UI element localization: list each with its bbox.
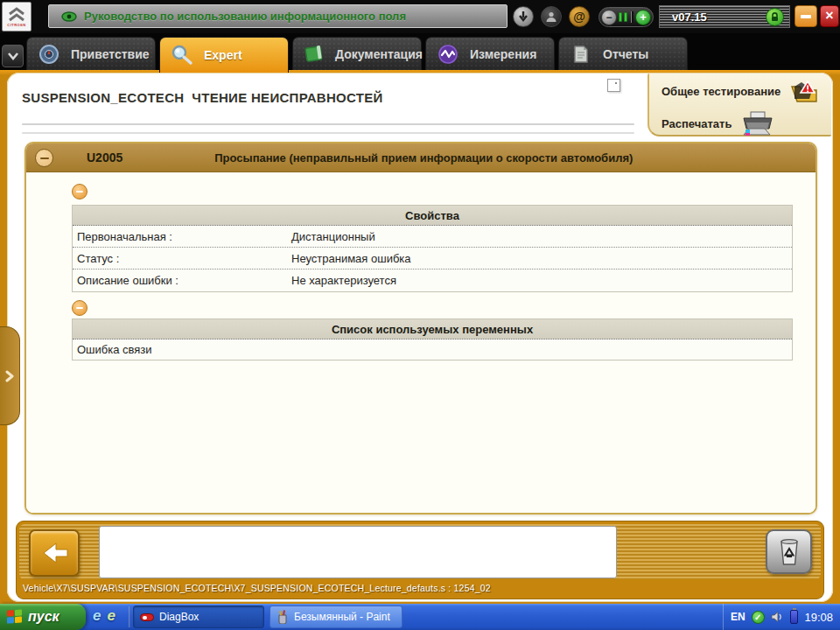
properties-table: Свойства Первоначальная : Дистанционный … — [72, 205, 793, 292]
properties-table-title: Свойства — [73, 206, 792, 226]
divider — [22, 132, 634, 134]
volume-tray-icon[interactable] — [771, 611, 784, 623]
tab-dokumentaciya[interactable]: Документация — [292, 37, 422, 70]
fault-code: U2005 — [87, 150, 122, 164]
close-button[interactable]: × — [820, 5, 839, 27]
version-panel: v07.15 — [659, 5, 790, 28]
task-label: DiagBox — [159, 611, 199, 623]
collapse-variables-button[interactable] — [72, 300, 88, 316]
chevron-right-icon — [4, 370, 15, 382]
content-window: SUSPENSION_ECOTECH ЧТЕНИЕ НЕИСПРАВНОСТЕЙ… — [7, 73, 833, 602]
taskbar-divider — [129, 606, 130, 627]
minimize-icon — [801, 15, 811, 18]
internet-explorer-icon[interactable]: e — [93, 607, 101, 625]
citroen-logo: CITROËN — [2, 2, 32, 32]
back-button[interactable] — [29, 529, 80, 577]
tab-label: Expert — [204, 48, 242, 62]
at-icon: @ — [573, 10, 585, 24]
back-arrow-icon — [37, 540, 72, 566]
book-icon — [304, 43, 325, 66]
chevron-down-icon — [7, 52, 19, 60]
minimize-button[interactable] — [794, 5, 817, 27]
tabs-collapse-button[interactable] — [2, 45, 24, 67]
divider — [22, 123, 634, 125]
tab-label: Измерения — [470, 47, 536, 61]
volume-up-button[interactable]: + — [635, 10, 651, 25]
volume-down-button[interactable]: − — [601, 10, 617, 25]
row-value: Не характеризуется — [291, 274, 792, 287]
citroen-logo-text: CITROËN — [7, 23, 26, 27]
row-value: Дистанционный — [291, 230, 792, 243]
main-frame: SUSPENSION_ECOTECH ЧТЕНИЕ НЕИСПРАВНОСТЕЙ… — [0, 70, 840, 604]
titlebar: CITROËN Руководство по использованию инф… — [0, 0, 840, 33]
row-label: Статус : — [73, 252, 291, 265]
fault-header: U2005 Просыпание (неправильный прием инф… — [26, 144, 816, 172]
fault-panel: U2005 Просыпание (неправильный прием инф… — [24, 142, 817, 514]
row-label: Описание ошибки : — [73, 274, 291, 287]
report-icon — [570, 43, 592, 66]
tab-bar: Приветствие Expert Документация Измерени… — [0, 33, 840, 70]
system-tray: EN ✓ 19:08 — [723, 604, 840, 630]
magnifier-icon — [171, 44, 193, 66]
table-row: Первоначальная : Дистанционный — [73, 226, 792, 248]
globe-icon — [38, 43, 60, 66]
user-button[interactable] — [541, 6, 562, 27]
actions-flyout: Общее тестирование Распечатать — [648, 74, 831, 136]
trash-icon — [776, 537, 802, 567]
row-label: Первоначальная : — [73, 230, 291, 243]
download-button[interactable] — [513, 6, 534, 27]
internet-explorer-icon[interactable]: e — [107, 607, 115, 625]
task-diagbox[interactable]: DiagBox — [133, 606, 264, 628]
trash-button[interactable] — [766, 529, 812, 574]
paint-icon — [276, 610, 289, 624]
mini-checkbox[interactable] — [607, 79, 620, 92]
sidebar-handle[interactable] — [0, 326, 20, 425]
variables-table-title: Список используемых переменных — [73, 319, 792, 340]
volume-divider — [631, 11, 634, 23]
wave-icon — [437, 43, 459, 66]
start-label: пуск — [28, 609, 60, 625]
task-label: Безымянный - Paint — [294, 611, 390, 623]
app-title: Руководство по использованию информацион… — [84, 10, 406, 23]
row-value: Неустранимая ошибка — [291, 252, 792, 265]
download-arrow-icon — [517, 10, 529, 23]
tab-privetstvie[interactable]: Приветствие — [26, 37, 156, 70]
general-test-button[interactable]: Общее тестирование — [662, 80, 819, 103]
collapse-properties-button[interactable] — [72, 184, 88, 200]
taskbar: пуск e e DiagBox Безымянный - Paint EN ✓ — [0, 604, 840, 630]
warning-folder-icon — [789, 80, 819, 103]
variables-table: Список используемых переменных Ошибка св… — [72, 318, 793, 360]
volume-control[interactable]: − + — [598, 7, 654, 27]
version-label: v07.15 — [672, 10, 707, 24]
print-button[interactable]: Распечатать — [662, 110, 775, 136]
table-row: Статус : Неустранимая ошибка — [73, 248, 792, 270]
printer-icon — [740, 110, 775, 136]
volume-level-icon — [619, 12, 622, 22]
update-check-icon[interactable]: ✓ — [752, 611, 765, 624]
bottom-bar: Vehicle\X7\SUSPVAR\SUSPENSION_ECOTECH\X7… — [16, 521, 824, 599]
table-row: Описание ошибки : Не характеризуется — [73, 270, 792, 291]
message-area[interactable] — [99, 526, 617, 578]
language-indicator[interactable]: EN — [731, 611, 746, 623]
start-button[interactable]: пуск — [0, 604, 86, 630]
battery-icon[interactable] — [790, 610, 799, 624]
quick-launch: e e — [93, 607, 116, 625]
tab-label: Приветствие — [71, 47, 150, 61]
at-button[interactable]: @ — [569, 6, 590, 27]
collapse-fault-button[interactable] — [35, 149, 53, 167]
close-icon: × — [825, 8, 833, 23]
tab-otchety[interactable]: Отчеты — [558, 37, 688, 70]
clock: 19:08 — [804, 611, 833, 624]
variable-item: Ошибка связи — [73, 340, 792, 360]
tab-izmereniya[interactable]: Измерения — [425, 37, 555, 70]
lock-icon — [766, 8, 784, 26]
task-paint[interactable]: Безымянный - Paint — [270, 606, 402, 628]
print-label: Распечатать — [662, 117, 732, 130]
general-test-label: Общее тестирование — [662, 85, 780, 98]
diagbox-icon — [140, 613, 154, 621]
page-title: SUSPENSION_ECOTECH ЧТЕНИЕ НЕИСПРАВНОСТЕЙ — [22, 90, 383, 105]
tab-label: Отчеты — [603, 47, 648, 61]
tab-expert[interactable]: Expert — [159, 37, 289, 73]
screen: CITROËN Руководство по использованию инф… — [0, 0, 840, 630]
windows-logo-icon — [7, 609, 23, 624]
